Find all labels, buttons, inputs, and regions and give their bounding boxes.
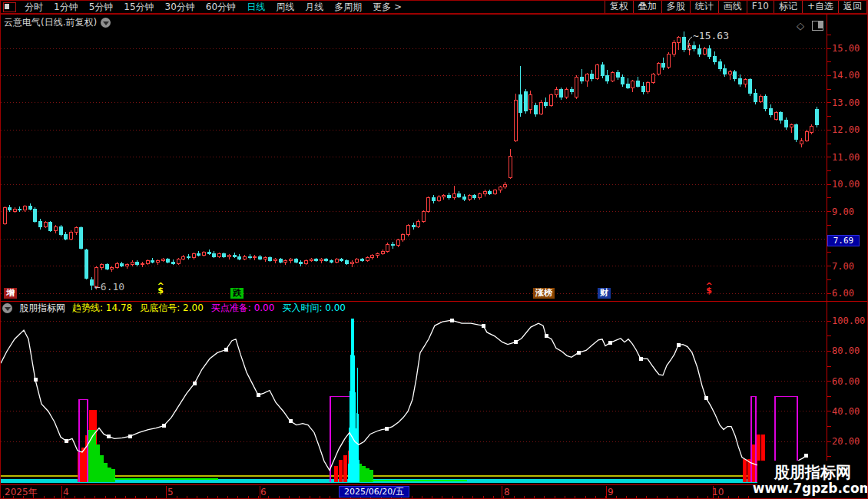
chart-badge-0[interactable]: 增 [4, 288, 17, 299]
buy-signal-icon-0: ^$ [156, 284, 165, 293]
svg-text:15.00: 15.00 [832, 43, 860, 54]
chart-badge-3[interactable]: 财 [598, 288, 611, 299]
svg-text:12.00: 12.00 [832, 124, 860, 135]
svg-text:13.00: 13.00 [832, 97, 860, 108]
svg-text:80.00: 80.00 [832, 345, 860, 356]
last-price-tag: 7.69 [827, 235, 860, 246]
svg-text:10: 10 [712, 487, 724, 497]
svg-text:20.00: 20.00 [832, 436, 860, 447]
svg-text:2025年: 2025年 [5, 487, 38, 497]
buy-signal-icon-1: ^$ [704, 284, 714, 293]
indicator-values: 趋势线: 14.78见底信号: 2.00买点准备: 0.00买入时间: 0.00 [72, 302, 346, 315]
svg-text:100.00: 100.00 [832, 316, 865, 326]
watermark-url: www.7gpzb.com [753, 481, 868, 496]
diamond-icon[interactable]: ◇ [797, 21, 804, 31]
svg-text:9.00: 9.00 [832, 207, 854, 217]
svg-text:60.00: 60.00 [832, 376, 860, 387]
svg-text:10.00: 10.00 [832, 179, 860, 190]
chart-badge-2[interactable]: 涨榜 [533, 288, 555, 299]
svg-text:11.00: 11.00 [832, 152, 860, 163]
svg-text:6.00: 6.00 [832, 288, 854, 299]
high-price-annotation: ~15.63 [693, 30, 729, 41]
low-price-annotation: ←6.10 [94, 281, 124, 292]
svg-text:7.00: 7.00 [832, 261, 854, 272]
svg-text:5: 5 [167, 487, 174, 497]
selected-date-tag[interactable]: 2025/06/20/五 [339, 486, 409, 497]
panel-split-icon[interactable] [812, 21, 823, 31]
indicator-field-2: 买点准备: 0.00 [211, 302, 275, 315]
indicator-field-1: 见底信号: 2.00 [140, 302, 204, 315]
indicator-brand: 股朋指标网 [19, 302, 65, 315]
svg-text:6: 6 [260, 487, 267, 497]
svg-text:40.00: 40.00 [832, 406, 860, 417]
chart-corner-icons: ◇ [797, 21, 823, 31]
tdx-app-window: 分时1分钟5分钟15分钟30分钟60分钟日线周线月线多周期更多 > 复权叠加多股… [0, 0, 868, 499]
svg-text:14.00: 14.00 [832, 70, 860, 81]
chart-canvas[interactable]: 6.007.008.009.0010.0011.0012.0013.0014.0… [1, 1, 868, 499]
chart-badge-1[interactable]: 跌 [230, 288, 244, 299]
symbol-title: 云意电气(日线.前复权) [4, 16, 97, 29]
indicator-collapse-icon[interactable] [2, 303, 12, 313]
watermark-brand: 股朋指标网 [774, 464, 851, 481]
indicator-field-3: 买入时间: 0.00 [282, 302, 346, 315]
indicator-field-0: 趋势线: 14.78 [72, 302, 132, 315]
svg-text:4: 4 [63, 487, 69, 497]
watermark: 股朋指标网 www.7gpzb.com [757, 461, 868, 499]
symbol-titlebar: 云意电气(日线.前复权) [4, 16, 111, 29]
chevron-down-icon[interactable] [101, 18, 111, 28]
indicator-header: 股朋指标网 趋势线: 14.78见底信号: 2.00买点准备: 0.00买入时间… [2, 302, 346, 314]
svg-text:9: 9 [608, 487, 614, 497]
svg-text:8: 8 [504, 487, 510, 497]
